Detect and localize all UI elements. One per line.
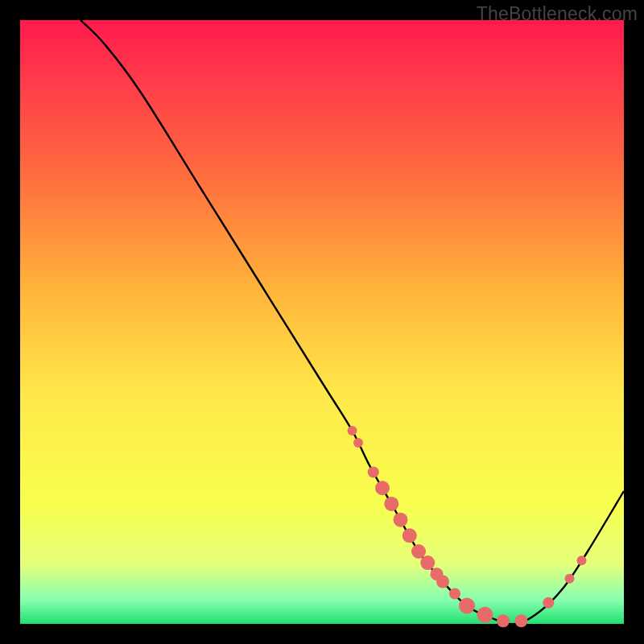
chart-gradient-frame — [20, 20, 624, 624]
curve-marker — [402, 528, 417, 543]
curve-marker — [411, 544, 426, 559]
curve-marker — [420, 555, 435, 570]
curve-marker — [459, 598, 475, 614]
chart-svg — [20, 20, 624, 624]
curve-marker — [394, 513, 408, 527]
curve-marker — [515, 614, 528, 627]
curve-marker — [449, 588, 460, 600]
curve-markers — [348, 426, 587, 627]
curve-marker — [436, 576, 449, 588]
curve-marker — [497, 614, 510, 627]
curve-marker — [565, 574, 575, 584]
bottleneck-curve — [80, 20, 624, 624]
curve-marker — [348, 426, 357, 436]
watermark-text: TheBottleneck.com — [477, 3, 638, 25]
curve-marker — [375, 481, 390, 495]
curve-marker — [477, 607, 493, 623]
curve-marker — [577, 555, 587, 565]
curve-marker — [543, 597, 554, 609]
curve-marker — [353, 438, 363, 448]
curve-marker — [368, 467, 379, 478]
curve-marker — [384, 497, 398, 511]
